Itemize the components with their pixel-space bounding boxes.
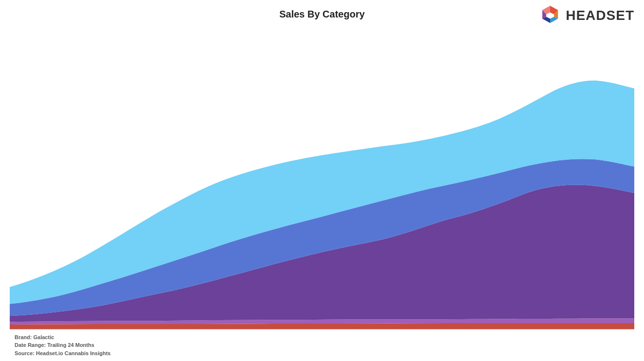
footer-source-value: Headset.io Cannabis Insights [36,350,110,356]
footer-source: Source: Headset.io Cannabis Insights [15,349,110,358]
logo-text: HEADSET [566,8,634,23]
footer-brand-value: Galactic [34,334,54,340]
footer-date-range: Date Range: Trailing 24 Months [15,341,110,349]
footer-date-range-label: Date Range: [15,342,46,348]
footer-brand-label: Brand: [15,334,32,340]
footer-brand: Brand: Galactic [15,333,110,342]
footer-source-label: Source: [15,350,35,356]
footer-date-range-value: Trailing 24 Months [47,342,94,348]
footer-info: Brand: Galactic Date Range: Trailing 24 … [15,333,110,358]
logo: HEADSET [538,4,634,27]
chart-area: 2023-09 2023-11 2024-01 2024-03 2024-05 … [10,32,634,329]
headset-logo-icon [538,4,562,27]
chart-svg: 2023-09 2023-11 2024-01 2024-03 2024-05 … [10,32,634,329]
chart-container: HEADSET Sales By Category Concentrates E… [0,0,644,361]
